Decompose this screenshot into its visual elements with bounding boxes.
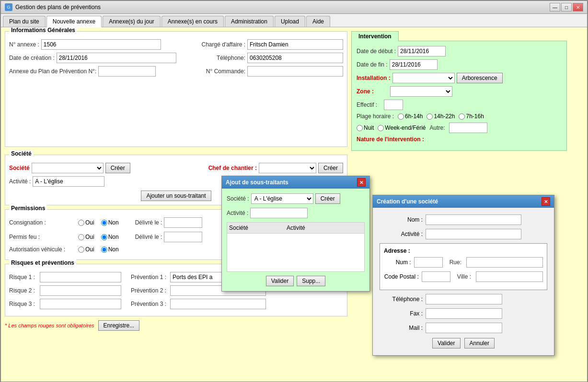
societe-select[interactable] (32, 163, 104, 173)
installation-label: Installation : (357, 75, 391, 81)
tab-annexes-du-jour[interactable]: Annexe(s) du jour (103, 16, 161, 27)
st-buttons: Valider Supp... (227, 276, 365, 286)
creation-societe-content: Nom : Activité : Adresse : Num : (373, 208, 554, 355)
plage-14h22h-option[interactable]: 14h-22h (427, 113, 455, 120)
annexe-plan-label: Annexe du Plan de Prévention N°: (9, 68, 96, 75)
plage-6h14h-radio[interactable] (398, 113, 404, 120)
prevention3-input[interactable] (170, 299, 266, 309)
permis-feu-non-radio[interactable] (101, 234, 107, 240)
st-valider-button[interactable]: Valider (266, 276, 294, 286)
cs-nom-input[interactable] (426, 214, 521, 225)
plage-7h16h-option[interactable]: 7h-16h (459, 113, 484, 120)
tab-bar: Plan du site Nouvelle annexe Annexe(s) d… (1, 14, 587, 27)
plage-7h16h-radio[interactable] (459, 113, 465, 120)
risque3-input[interactable] (40, 299, 121, 309)
creation-societe-close[interactable]: ✕ (542, 197, 550, 206)
info-generales-box: Informations Générales N° annexe : Charg… (5, 31, 347, 147)
cs-rue-input[interactable] (466, 257, 543, 268)
cs-ville-input[interactable] (476, 271, 543, 282)
cs-num-input[interactable] (414, 257, 443, 268)
cs-valider-button[interactable]: Valider (432, 338, 460, 348)
minimize-button[interactable]: — (550, 3, 560, 11)
autorisation-non-radio[interactable] (101, 247, 107, 253)
tab-nouvelle-annexe[interactable]: Nouvelle annexe (46, 16, 102, 27)
consignation-oui[interactable]: Oui (78, 219, 94, 226)
permissions-title: Permissions (9, 205, 47, 212)
cs-adresse-section: Adresse : Num : Rue: Code Postal : (380, 243, 547, 290)
cs-fax-input[interactable] (426, 308, 502, 319)
consignation-non-radio[interactable] (101, 220, 107, 226)
weekend-radio[interactable] (378, 125, 384, 131)
risque2-input[interactable] (40, 285, 121, 296)
charge-affaire-label: Chargé d'affaire : (202, 41, 245, 48)
plage-horaire-label: Plage horaire : (357, 113, 394, 120)
tab-plan-du-site[interactable]: Plan du site (3, 16, 46, 27)
creation-societe-dialog: Création d'une société ✕ Nom : Activité … (372, 195, 554, 356)
activite-input[interactable] (33, 176, 104, 187)
tab-annexes-en-cours[interactable]: Annexe(s) en cours (161, 16, 224, 27)
cs-telephone-row: Téléphone : (380, 294, 547, 304)
maximize-button[interactable]: □ (561, 3, 572, 11)
autorisation-oui-radio[interactable] (78, 247, 84, 253)
permis-feu-non[interactable]: Non (101, 234, 119, 240)
risque1-input[interactable] (40, 272, 121, 282)
annexe-plan-input[interactable] (98, 66, 156, 77)
date-creation-input[interactable] (57, 53, 176, 63)
permis-feu-oui-radio[interactable] (78, 234, 84, 240)
cs-mail-input[interactable] (426, 323, 502, 333)
cs-code-postal-input[interactable] (422, 271, 450, 282)
charge-affaire-input[interactable] (247, 39, 343, 50)
st-col-societe: Société (229, 225, 277, 231)
window-controls[interactable]: — □ ✕ (550, 3, 583, 11)
st-col-activite: Activité (287, 225, 305, 231)
consignation-non[interactable]: Non (101, 219, 119, 226)
autorisation-vehicule-label: Autorisation véhicule : (9, 246, 76, 253)
sous-traitants-close[interactable]: ✕ (357, 178, 366, 187)
window-title: Gestion des plans de préventions (15, 4, 101, 11)
tab-administration[interactable]: Administration (225, 16, 274, 27)
st-societe-select[interactable]: A - L'église (251, 193, 313, 204)
weekend-option[interactable]: Week-end/Férié (378, 124, 426, 131)
nuit-radio[interactable] (357, 125, 363, 131)
st-suppr-button[interactable]: Supp... (297, 276, 325, 286)
delivre-le-permis-input[interactable] (164, 232, 202, 242)
arborescence-button[interactable]: Arborescence (457, 73, 503, 83)
tab-aide[interactable]: Aide (306, 16, 330, 27)
creer-societe-button[interactable]: Créer (105, 163, 130, 173)
creer-chef-button[interactable]: Créer (318, 163, 343, 173)
nature-label: Nature de l'intervention : (357, 136, 424, 143)
effectif-input[interactable] (384, 100, 403, 110)
intervention-container: Intervention Date de début : Date de fin… (351, 31, 567, 151)
installation-select[interactable] (392, 73, 455, 83)
date-debut-input[interactable] (398, 46, 446, 56)
consignation-oui-radio[interactable] (78, 220, 84, 226)
cs-rue-label: Rue: (450, 259, 461, 266)
enregistrer-button[interactable]: Enregistre... (98, 320, 140, 331)
st-creer-button[interactable]: Créer (315, 193, 340, 204)
cs-telephone-input[interactable] (426, 294, 502, 304)
tab-upload[interactable]: Upload (275, 16, 305, 27)
cs-annuler-button[interactable]: Annuler (464, 338, 495, 348)
cs-activite-input[interactable] (426, 229, 521, 239)
close-button[interactable]: ✕ (573, 3, 583, 11)
zone-select[interactable] (390, 86, 452, 97)
add-sous-traitant-button[interactable]: Ajouter un sous-traitant (141, 191, 211, 201)
autorisation-non[interactable]: Non (101, 246, 119, 253)
n-commande-input[interactable] (247, 66, 343, 77)
telephone-input[interactable] (247, 53, 343, 63)
n-annexe-label: N° annexe : (9, 41, 39, 48)
date-fin-input[interactable] (390, 59, 438, 70)
chef-chantier-select[interactable] (259, 163, 316, 173)
plage-14h22h-radio[interactable] (427, 113, 433, 120)
permis-feu-oui[interactable]: Oui (78, 234, 94, 240)
delivre-le-permis-label: Délivré le : (135, 234, 162, 240)
nuit-option[interactable]: Nuit (357, 124, 374, 131)
required-note: * Les champs rouges sont obligatoires (5, 323, 94, 328)
n-annexe-input[interactable] (41, 39, 161, 50)
st-activite-input[interactable] (250, 208, 308, 218)
autorisation-oui[interactable]: Oui (78, 246, 94, 253)
plage-6h14h-option[interactable]: 6h-14h (398, 113, 423, 120)
cs-cp-ville-row: Code Postal : Ville : (384, 271, 543, 282)
delivre-le-consignation-input[interactable] (164, 217, 202, 228)
autre-input[interactable] (449, 123, 487, 133)
